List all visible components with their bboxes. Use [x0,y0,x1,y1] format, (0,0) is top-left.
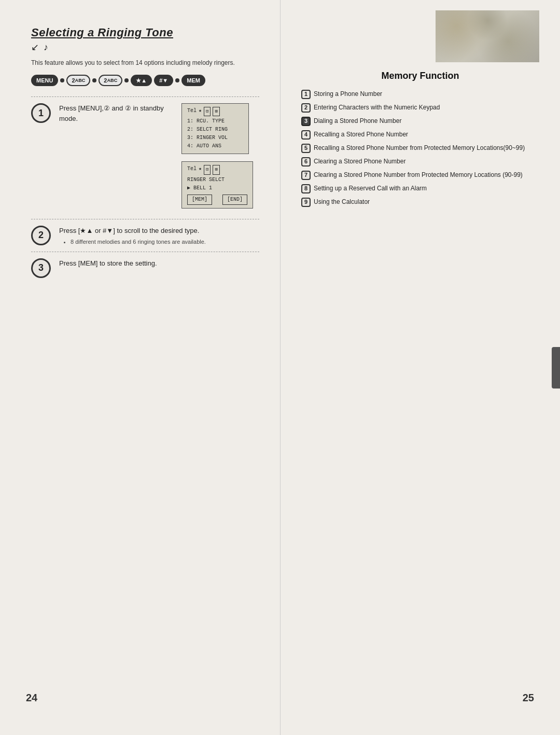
step-1-displays: Tel ★ ⊡ ⊞ 1: RCU. TYPE 2: SELCT RING 3: … [181,103,259,213]
display-line-2: 2: SELCT RING [187,126,243,134]
memory-item-6: 6 Clearing a Stored Phone Number [301,157,539,167]
button-sequence: MENU 2ABC 2ABC ★▲ #▼ MEM [31,75,259,86]
step-1-content: Press [MENU],② and ② in standby mode. [59,103,173,127]
dot-1 [60,78,64,82]
display-icons-1: Tel ★ ⊡ ⊞ [187,107,243,116]
memory-item-1-text: Storing a Phone Number [314,90,382,99]
num-badge-7: 7 [301,171,311,180]
btn-star: ★▲ [131,75,152,86]
btn-end-display: [END] [222,195,247,205]
btn-2abc-1: 2ABC [66,75,90,86]
memory-item-4-text: Recalling a Stored Phone Number [314,130,408,139]
btn-mem: MEM [181,75,205,86]
memory-item-8: 8 Setting up a Reserved Call with an Ala… [301,184,539,193]
page-container: Selecting a Ringing Tone ↙ ♪ This featur… [0,0,560,735]
btn-2abc-2: 2ABC [99,75,122,86]
display-line-3: 3: RINGER VOL [187,134,243,142]
memory-item-5-text: Recalling a Stored Phone Number from Pro… [314,144,525,152]
steps-container: 1 Press [MENU],② and ② in standby mode. … [31,96,259,284]
display-line-6: ▶ BELL 1 [187,184,247,192]
icon-grid-2: ⊞ [213,165,219,174]
page-title: Selecting a Ringing Tone [31,26,259,39]
top-decorative-image [436,10,539,62]
step-3-content: Press [MEM] to store the setting. [59,258,259,272]
display-line-1: 1: RCU. TYPE [187,117,243,126]
step-3-text: Press [MEM] to store the setting. [59,258,259,269]
step-2-note-1: 8 different melodies and 6 ringing tones… [71,239,259,245]
num-badge-3: 3 [301,117,311,126]
image-texture [436,10,539,62]
step-2-text: Press [★▲ or #▼] to scroll to the desire… [59,226,259,236]
memory-item-8-text: Setting up a Reserved Call with an Alarm [314,184,427,193]
title-decoration: ↙ ♪ [31,41,259,53]
memory-item-7: 7 Clearing a Stored Phone Number from Pr… [301,171,539,180]
dot-2 [92,78,96,82]
num-badge-1: 1 [301,90,311,99]
icon-tel-1: Tel [187,107,197,116]
step-1: 1 Press [MENU],② and ② in standby mode. … [31,96,259,219]
page-number-right: 25 [523,692,534,704]
step-3: 3 Press [MEM] to store the setting. [31,252,259,284]
num-badge-4: 4 [301,130,311,140]
step-1-number: 1 [31,103,51,123]
memory-item-4: 4 Recalling a Stored Phone Number [301,130,539,140]
page-number-left: 24 [26,692,37,704]
step-3-number: 3 [31,258,51,278]
side-tab [552,347,560,389]
num-badge-6: 6 [301,157,311,167]
icon-box-2: ⊡ [204,165,211,174]
num-badge-5: 5 [301,144,311,153]
btn-hash: #▼ [154,75,173,86]
memory-item-2-text: Entering Characters with the Numeric Key… [314,103,440,112]
step-2-number: 2 [31,226,51,245]
num-badge-2: 2 [301,103,311,113]
memory-item-1: 1 Storing a Phone Number [301,90,539,99]
dot-4 [175,78,179,82]
step-2-content: Press [★▲ or #▼] to scroll to the desire… [59,226,259,245]
display-box-1: Tel ★ ⊡ ⊞ 1: RCU. TYPE 2: SELCT RING 3: … [181,103,249,154]
btn-mem-display: [MEM] [187,195,212,205]
memory-function-title: Memory Function [301,71,539,81]
display-line-5: RINGER SELCT [187,176,247,184]
icon-grid-1: ⊞ [213,107,219,116]
memory-item-3-text: Dialing a Stored Phone Number [314,117,401,126]
btn-menu: MENU [31,75,58,86]
dot-3 [124,78,129,82]
memory-menu-list: 1 Storing a Phone Number 2 Entering Char… [301,90,539,207]
feature-description: This feature allows you to select from 1… [31,59,259,66]
icon-star-2: ★ [199,165,202,174]
display-line-4: 4: AUTO ANS [187,142,243,150]
display-box-2: Tel ★ ⊡ ⊞ RINGER SELCT ▶ BELL 1 [MEM] [E… [181,161,253,208]
step-2-notes: 8 different melodies and 6 ringing tones… [64,239,259,245]
memory-item-3: 3 Dialing a Stored Phone Number [301,117,539,126]
icon-tel-2: Tel [187,165,197,174]
memory-item-6-text: Clearing a Stored Phone Number [314,157,405,166]
step-2: 2 Press [★▲ or #▼] to scroll to the desi… [31,219,259,252]
memory-item-9: 9 Using the Calculator [301,198,539,207]
num-badge-9: 9 [301,198,311,207]
memory-item-9-text: Using the Calculator [314,198,370,206]
right-panel: Memory Function 1 Storing a Phone Number… [280,0,560,735]
num-badge-8: 8 [301,184,311,193]
icon-box-1: ⊡ [204,107,211,116]
bottom-buttons: [MEM] [END] [187,195,247,205]
memory-item-2: 2 Entering Characters with the Numeric K… [301,103,539,113]
left-panel: Selecting a Ringing Tone ↙ ♪ This featur… [0,0,280,735]
display-icons-2: Tel ★ ⊡ ⊞ [187,165,247,174]
icon-star-1: ★ [199,107,202,116]
step-1-text: Press [MENU],② and ② in standby mode. [59,103,173,123]
memory-item-7-text: Clearing a Stored Phone Number from Prot… [314,171,523,179]
memory-item-5: 5 Recalling a Stored Phone Number from P… [301,144,539,153]
